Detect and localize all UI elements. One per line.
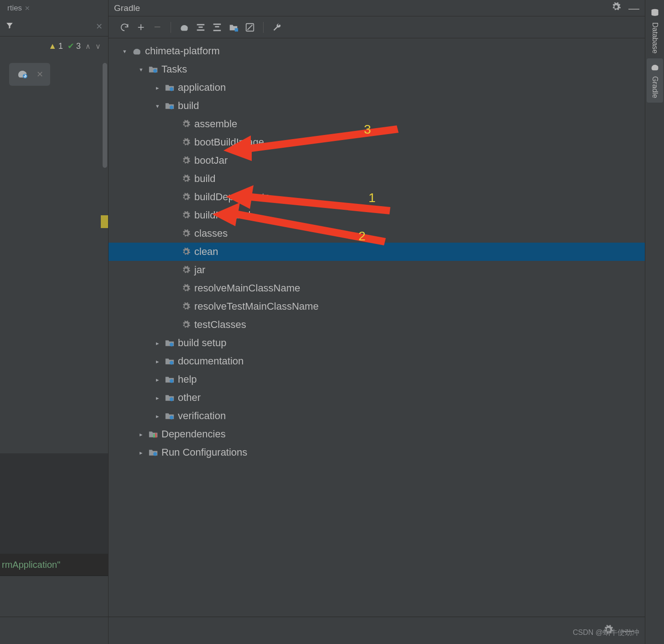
task-label: testClasses [194,319,246,331]
minimize-icon[interactable]: — [628,2,639,15]
tree-run-configs[interactable]: ▸Run Configurations [109,443,645,462]
task-label: resolveMainClassName [194,282,300,294]
folder-gear-icon [148,64,159,75]
grey-band [0,576,108,617]
task-clean[interactable]: clean [109,243,645,261]
add-icon[interactable]: + [134,21,148,34]
chevron-right-icon: ▸ [153,340,161,347]
task-jar[interactable]: jar [109,261,645,279]
task-label: resolveTestMainClassName [194,301,319,312]
gear-icon [181,155,192,166]
task-build[interactable]: build [109,170,645,188]
gradle-panel-title: Gradle [114,3,140,13]
tree-build[interactable]: ▾build [109,97,645,115]
chevron-right-icon: ▸ [137,431,145,438]
refresh-icon[interactable] [118,21,131,34]
remove-icon[interactable]: − [150,21,164,34]
task-resolveTestMainClassName[interactable]: resolveTestMainClassName [109,297,645,316]
build-label: build [178,100,199,112]
check-indicator[interactable]: ✔ 3 [67,41,81,51]
refresh-chip[interactable]: ✕ [9,63,50,86]
close-panel-icon[interactable]: ✕ [96,21,103,31]
gear-icon [181,210,192,221]
gear-icon [181,319,192,330]
folder-gear-icon [164,338,175,348]
elephant-icon [650,63,660,73]
svg-point-14 [170,379,173,383]
folder-gear-icon [164,356,175,367]
gradle-tree: ▾chimeta-platform ▾Tasks ▸application ▾b… [109,38,645,462]
left-panel: rties ✕ ✕ ▲ 1 ✔ 3 ∧ ∨ [0,0,109,644]
collapse-all-icon[interactable] [210,21,224,34]
chevron-down-icon: ▾ [153,103,161,109]
rail-gradle[interactable]: Gradle [647,58,663,103]
gear-icon[interactable] [611,2,621,15]
bottom-footer: — [109,617,645,644]
left-body: ✕ rmApplication" [0,56,108,644]
task-assemble[interactable]: assemble [109,115,645,133]
task-bootBuildImage[interactable]: bootBuildImage [109,133,645,151]
tree-other[interactable]: ▸other [109,389,645,407]
rail-gradle-label: Gradle [651,76,659,98]
gear-icon [181,301,192,312]
tree-verification[interactable]: ▸verification [109,407,645,425]
gear-icon [181,173,192,184]
nav-down-icon[interactable]: ∨ [95,42,101,51]
run-configs-label: Run Configurations [161,447,247,458]
tree-help[interactable]: ▸help [109,370,645,389]
tree-project[interactable]: ▾chimeta-platform [109,42,645,60]
gear-icon [181,246,192,257]
other-label: other [178,392,201,404]
tree-dependencies[interactable]: ▸Dependencies [109,425,645,443]
left-status-bar: ▲ 1 ✔ 3 ∧ ∨ [0,36,108,56]
filter-icon[interactable] [5,21,14,32]
task-buildDependents[interactable]: buildDependents [109,188,645,206]
folder-gear-icon [164,100,175,111]
svg-rect-4 [213,23,221,25]
task-buildNeeded[interactable]: buildNeeded [109,206,645,224]
tasks-label: Tasks [161,63,187,75]
tree-tasks[interactable]: ▾Tasks [109,60,645,78]
close-icon[interactable]: ✕ [25,5,30,12]
task-classes[interactable]: classes [109,224,645,243]
task-label: bootBuildImage [194,136,264,148]
offline-icon[interactable] [243,21,257,34]
svg-point-15 [170,397,173,401]
svg-rect-3 [197,29,205,31]
nav-up-icon[interactable]: ∧ [85,42,91,51]
task-list-icon[interactable] [194,21,208,34]
chevron-down-icon: ▾ [137,66,145,73]
scrollbar-thumb[interactable] [103,63,107,168]
chevron-right-icon: ▸ [153,395,161,401]
task-resolveMainClassName[interactable]: resolveMainClassName [109,279,645,297]
gear-icon [181,192,192,203]
tree-documentation[interactable]: ▸documentation [109,352,645,370]
gradle-panel-header: Gradle — [109,0,645,16]
folder-sync-icon[interactable] [227,21,240,34]
wrench-icon[interactable] [270,21,284,34]
gradle-toolbar: + − [109,16,645,38]
tree-application[interactable]: ▸application [109,78,645,97]
scrollbar[interactable] [102,61,108,221]
database-icon [650,8,659,20]
tree-build-setup[interactable]: ▸build setup [109,334,645,352]
svg-rect-18 [155,433,156,438]
properties-tab-label: rties [7,4,22,13]
chip-close-icon[interactable]: ✕ [36,69,43,79]
right-rail: Database Gradle [645,0,664,644]
task-label: clean [194,246,218,258]
svg-rect-17 [153,434,155,438]
properties-tab[interactable]: rties ✕ [4,2,34,15]
svg-point-19 [153,452,157,456]
chevron-right-icon: ▸ [137,449,145,456]
warning-count: 1 [58,42,63,51]
warning-indicator[interactable]: ▲ 1 [48,42,63,51]
task-label: buildNeeded [194,209,251,221]
svg-point-11 [170,105,173,109]
task-bootJar[interactable]: bootJar [109,151,645,170]
execute-icon[interactable] [177,21,191,34]
rail-database[interactable]: Database [647,4,663,58]
svg-point-10 [170,87,173,91]
folder-gear-icon [164,410,175,421]
task-testClasses[interactable]: testClasses [109,316,645,334]
